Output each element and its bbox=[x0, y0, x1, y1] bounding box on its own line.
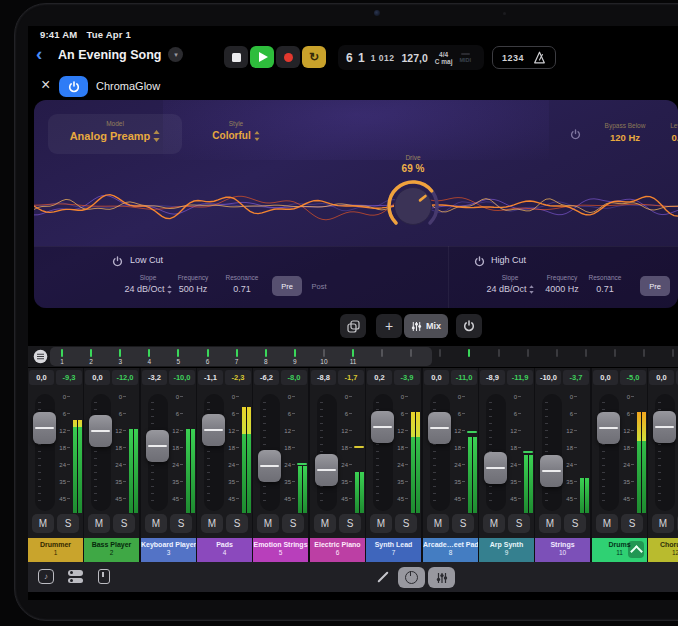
back-chevron-icon[interactable]: ‹ bbox=[36, 43, 42, 65]
count-in-button[interactable]: 1234 bbox=[502, 53, 524, 63]
solo-button[interactable]: S bbox=[564, 514, 586, 533]
solo-button[interactable]: S bbox=[508, 514, 530, 533]
post-button[interactable]: Post bbox=[672, 276, 678, 296]
track-name-tile[interactable]: Strings10 bbox=[535, 538, 590, 562]
mix-button[interactable]: Mix bbox=[404, 314, 448, 338]
fader-handle[interactable] bbox=[33, 412, 56, 444]
solo-button[interactable]: S bbox=[57, 514, 79, 533]
fader-handle[interactable] bbox=[89, 415, 112, 447]
volume-value[interactable]: -10,0 bbox=[536, 370, 561, 385]
track-name-tile[interactable]: Electric Piano6 bbox=[310, 538, 365, 562]
track-name-tile[interactable]: Drums11 bbox=[592, 538, 647, 562]
mixer-power-button[interactable] bbox=[456, 314, 482, 338]
volume-value[interactable]: -8,8 bbox=[311, 370, 336, 385]
overview-track-number: 6 bbox=[202, 358, 214, 365]
high-cut-resonance[interactable]: Resonance 0.71 bbox=[575, 274, 635, 294]
track-name-tile[interactable]: Bass Player2 bbox=[84, 538, 139, 562]
record-button[interactable] bbox=[276, 46, 300, 68]
volume-value[interactable]: 0,2 bbox=[367, 370, 392, 385]
solo-button[interactable]: S bbox=[170, 514, 192, 533]
low-cut-power-icon[interactable] bbox=[112, 253, 123, 271]
bypass-power-icon[interactable] bbox=[570, 126, 581, 144]
model-selector[interactable]: Model Analog Preamp bbox=[48, 114, 182, 154]
mute-button[interactable]: M bbox=[257, 514, 279, 533]
lcd-display[interactable]: 6 1 1 012 127,0 4/4 C maj MIDI bbox=[338, 45, 484, 70]
mute-button[interactable]: M bbox=[652, 514, 674, 533]
mute-button[interactable]: M bbox=[596, 514, 618, 533]
collapse-stack-button[interactable] bbox=[628, 541, 644, 558]
fader-handle[interactable] bbox=[371, 411, 394, 443]
mute-button[interactable]: M bbox=[32, 514, 54, 533]
solo-button[interactable]: S bbox=[452, 514, 474, 533]
mute-button[interactable]: M bbox=[201, 514, 223, 533]
solo-button[interactable]: S bbox=[621, 514, 643, 533]
track-name-tile[interactable]: Arcade…eet Pad8 bbox=[423, 538, 478, 562]
track-name-tile[interactable]: Pads4 bbox=[197, 538, 252, 562]
volume-value[interactable]: -6,2 bbox=[254, 370, 279, 385]
fader-handle[interactable] bbox=[428, 412, 451, 444]
mixer-filter-icon[interactable] bbox=[33, 349, 48, 364]
close-icon[interactable]: × bbox=[41, 77, 50, 93]
volume-value[interactable]: -3,2 bbox=[142, 370, 167, 385]
fader-handle[interactable] bbox=[258, 450, 281, 482]
fader-handle[interactable] bbox=[315, 454, 338, 486]
browser-icon[interactable] bbox=[68, 570, 83, 585]
track-name-tile[interactable]: Synth Lead7 bbox=[366, 538, 421, 562]
volume-value[interactable]: 0,0 bbox=[29, 370, 54, 385]
volume-value[interactable]: -8,9 bbox=[480, 370, 505, 385]
mute-button[interactable]: M bbox=[427, 514, 449, 533]
add-button[interactable]: + bbox=[376, 314, 402, 338]
loop-browser-icon[interactable]: ♪ bbox=[38, 569, 54, 584]
duplicate-button[interactable] bbox=[340, 314, 366, 338]
post-button[interactable]: Post bbox=[304, 276, 334, 296]
fader-handle[interactable] bbox=[484, 452, 507, 484]
fader-handle[interactable] bbox=[540, 455, 563, 487]
pre-button[interactable]: Pre bbox=[640, 276, 670, 296]
low-cut-resonance[interactable]: Resonance 0.71 bbox=[212, 274, 272, 294]
plugin-power-button[interactable] bbox=[59, 76, 88, 97]
mute-button[interactable]: M bbox=[145, 514, 167, 533]
level-meter bbox=[411, 412, 420, 513]
solo-button[interactable]: S bbox=[113, 514, 135, 533]
solo-button[interactable]: S bbox=[339, 514, 361, 533]
volume-value[interactable]: 0,0 bbox=[593, 370, 618, 385]
mute-button[interactable]: M bbox=[370, 514, 392, 533]
high-cut-power-icon[interactable] bbox=[474, 253, 485, 271]
track-name-tile[interactable]: Chorus V12 bbox=[648, 538, 678, 562]
solo-button[interactable]: S bbox=[395, 514, 417, 533]
level-control[interactable]: Level 0.0 bbox=[650, 122, 678, 143]
fader-handle[interactable] bbox=[597, 412, 620, 444]
metronome-icon[interactable] bbox=[533, 51, 546, 64]
mute-button[interactable]: M bbox=[314, 514, 336, 533]
solo-button[interactable]: S bbox=[282, 514, 304, 533]
fader-handle[interactable] bbox=[146, 430, 169, 462]
edit-pencil-icon[interactable] bbox=[377, 571, 388, 582]
fader-handle[interactable] bbox=[202, 414, 225, 446]
plugin-strip-icon[interactable] bbox=[98, 569, 110, 584]
volume-value[interactable]: 0,0 bbox=[649, 370, 674, 385]
track-name-tile[interactable]: Drummer1 bbox=[28, 538, 83, 562]
volume-value[interactable]: 0,0 bbox=[85, 370, 110, 385]
fader-scale-label: 0 bbox=[219, 394, 239, 400]
style-selector[interactable]: Style Colorful bbox=[194, 114, 278, 154]
mute-button[interactable]: M bbox=[88, 514, 110, 533]
volume-value[interactable]: -1,1 bbox=[198, 370, 223, 385]
track-name-tile[interactable]: Emotion Strings5 bbox=[253, 538, 308, 562]
volume-value[interactable]: 0,0 bbox=[424, 370, 449, 385]
controls-toggle-button[interactable] bbox=[398, 567, 425, 588]
pre-button[interactable]: Pre bbox=[272, 276, 302, 296]
track-name-tile[interactable]: Arp Synth9 bbox=[479, 538, 534, 562]
overview-track-tick bbox=[265, 349, 267, 357]
mute-button[interactable]: M bbox=[483, 514, 505, 533]
cycle-button[interactable]: ↻ bbox=[302, 46, 326, 68]
stop-button[interactable] bbox=[224, 46, 248, 68]
song-title-menu[interactable]: An Evening Song ▾ bbox=[58, 47, 183, 62]
drive-knob[interactable] bbox=[385, 178, 441, 234]
faders-toggle-button[interactable] bbox=[428, 567, 455, 588]
high-cut-slope[interactable]: Slope 24 dB/Oct bbox=[480, 274, 540, 294]
solo-button[interactable]: S bbox=[226, 514, 248, 533]
track-name-tile[interactable]: Keyboard Player3 bbox=[141, 538, 196, 562]
play-button[interactable] bbox=[250, 46, 274, 68]
fader-handle[interactable] bbox=[653, 411, 676, 443]
mute-button[interactable]: M bbox=[539, 514, 561, 533]
